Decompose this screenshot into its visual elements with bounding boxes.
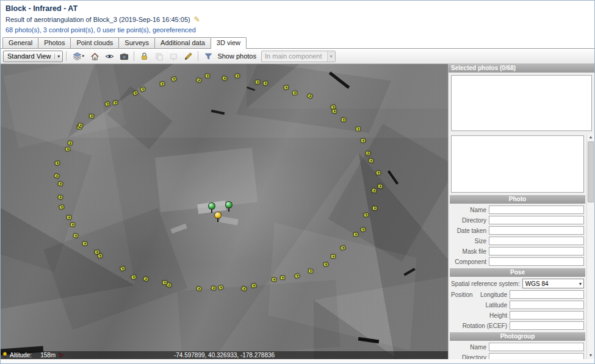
- camera-marker[interactable]: [57, 194, 63, 200]
- tab-general[interactable]: General: [2, 37, 38, 48]
- selected-photos-list[interactable]: [451, 75, 592, 131]
- camera-marker[interactable]: [218, 285, 224, 290]
- camera-marker[interactable]: [361, 227, 366, 232]
- camera-marker[interactable]: [254, 80, 260, 85]
- camera-marker[interactable]: [353, 232, 359, 237]
- tab-additional-data[interactable]: Additional data: [154, 37, 211, 48]
- camera-marker[interactable]: [73, 234, 78, 239]
- control-point-pin-yellow[interactable]: [214, 212, 222, 222]
- terrain-facet: [170, 224, 187, 234]
- photo-name-input[interactable]: [489, 205, 584, 214]
- camera-marker[interactable]: [162, 280, 167, 285]
- scroll-thumb[interactable]: [588, 141, 594, 202]
- scroll-up-button[interactable]: ▲: [587, 134, 594, 141]
- camera-marker[interactable]: [211, 285, 216, 291]
- camera-marker[interactable]: [132, 90, 139, 96]
- camera-marker[interactable]: [205, 74, 210, 78]
- camera-marker[interactable]: [131, 274, 137, 280]
- camera-marker[interactable]: [365, 151, 371, 156]
- camera-marker[interactable]: [323, 262, 329, 267]
- camera-marker[interactable]: [294, 273, 300, 279]
- camera-marker[interactable]: [59, 204, 65, 210]
- camera-marker[interactable]: [65, 147, 70, 152]
- srs-combobox[interactable]: WGS 84 ▾: [522, 279, 584, 288]
- photo-preview-box[interactable]: [451, 135, 584, 193]
- camera-marker[interactable]: [68, 140, 73, 146]
- properties-scrollbar[interactable]: ▲ ▼: [586, 134, 594, 359]
- rotation-ecef-input[interactable]: [510, 321, 584, 330]
- photo-date-taken-input[interactable]: [489, 226, 584, 235]
- camera-marker[interactable]: [307, 93, 313, 99]
- photo-component-input[interactable]: [489, 257, 584, 266]
- tab-photos[interactable]: Photos: [38, 37, 71, 48]
- camera-marker[interactable]: [341, 117, 347, 122]
- camera-marker[interactable]: [241, 286, 247, 292]
- camera-marker[interactable]: [341, 245, 347, 251]
- camera-marker[interactable]: [251, 283, 256, 288]
- photo-size-input[interactable]: [489, 237, 584, 245]
- camera-marker[interactable]: [308, 269, 312, 273]
- camera-marker[interactable]: [196, 286, 202, 291]
- camera-marker[interactable]: [372, 206, 377, 210]
- measure-button[interactable]: [181, 50, 195, 62]
- camera-marker[interactable]: [331, 254, 336, 259]
- camera-marker[interactable]: [356, 127, 361, 131]
- camera-marker[interactable]: [196, 77, 202, 83]
- camera-marker[interactable]: [283, 85, 289, 90]
- control-point-pin-green[interactable]: [225, 201, 233, 212]
- camera-marker[interactable]: [82, 241, 87, 246]
- camera-marker[interactable]: [54, 160, 60, 166]
- view-mode-dropdown[interactable]: Standard View ▾: [3, 51, 63, 62]
- camera-marker[interactable]: [54, 173, 60, 179]
- camera-marker[interactable]: [280, 276, 285, 280]
- photogroup-directory-input[interactable]: [489, 353, 584, 359]
- terrain-facet: [154, 148, 258, 212]
- edit-pencil-icon[interactable]: ✎: [194, 15, 200, 24]
- height-input[interactable]: [510, 311, 584, 319]
- photo-directory-input[interactable]: [489, 216, 584, 224]
- terrain-facet: [268, 223, 416, 351]
- field-row-size: Size: [451, 237, 584, 245]
- camera-marker[interactable]: [361, 138, 366, 142]
- viewport-3d[interactable]: Altitude: 158m -74.597899, 40.326933, -1…: [1, 64, 448, 359]
- toolbar-separator: [66, 51, 67, 61]
- camera-marker[interactable]: [140, 87, 146, 92]
- screenshot-button[interactable]: [117, 50, 131, 62]
- camera-marker[interactable]: [234, 73, 240, 78]
- latitude-input[interactable]: [510, 301, 584, 309]
- lock-view-button[interactable]: [137, 50, 151, 62]
- show-photos-filter-button[interactable]: [201, 50, 215, 62]
- camera-marker[interactable]: [70, 223, 76, 227]
- camera-marker[interactable]: [364, 212, 369, 218]
- tab-surveys[interactable]: Surveys: [118, 37, 155, 48]
- camera-marker[interactable]: [104, 101, 110, 107]
- camera-marker[interactable]: [377, 184, 383, 189]
- camera-marker[interactable]: [89, 113, 95, 118]
- tab-3d-view[interactable]: 3D view: [211, 37, 247, 49]
- camera-marker[interactable]: [271, 277, 276, 282]
- camera-marker[interactable]: [160, 81, 165, 86]
- camera-marker[interactable]: [171, 76, 177, 82]
- camera-marker[interactable]: [66, 215, 71, 219]
- camera-marker[interactable]: [368, 158, 374, 163]
- photogroup-name-input[interactable]: [489, 343, 584, 351]
- camera-marker[interactable]: [371, 188, 377, 193]
- photo-mask-file-input[interactable]: [489, 247, 584, 255]
- home-button[interactable]: [88, 50, 101, 62]
- tab-point-clouds[interactable]: Point clouds: [70, 37, 119, 48]
- camera-marker[interactable]: [263, 80, 269, 85]
- camera-marker[interactable]: [375, 170, 381, 176]
- camera-marker[interactable]: [120, 266, 126, 272]
- camera-marker[interactable]: [331, 109, 337, 114]
- eye-button[interactable]: [103, 50, 116, 62]
- control-point-pin-green[interactable]: [208, 202, 215, 213]
- camera-marker[interactable]: [222, 76, 228, 81]
- longitude-input[interactable]: [510, 290, 584, 299]
- layers-button[interactable]: ▾: [70, 50, 87, 62]
- altitude-value: 158m: [40, 352, 56, 359]
- camera-marker[interactable]: [143, 276, 149, 282]
- camera-marker[interactable]: [292, 90, 298, 95]
- camera-marker[interactable]: [58, 181, 63, 186]
- camera-marker[interactable]: [112, 100, 118, 105]
- scroll-down-button[interactable]: ▼: [587, 352, 594, 359]
